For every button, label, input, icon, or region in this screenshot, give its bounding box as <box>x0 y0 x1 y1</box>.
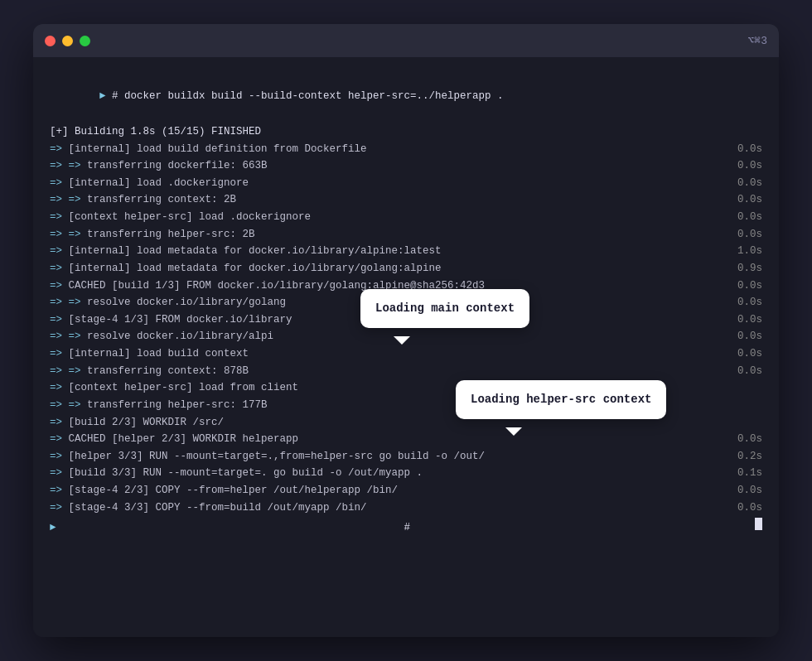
terminal-line: => [internal] load metadata for docker.i… <box>50 260 762 277</box>
status-line: [+] Building 1.8s (15/15) FINISHED <box>50 123 762 141</box>
prompt-text: ► # docker buildx build --build-context … <box>50 70 762 122</box>
command-line: ► # docker buildx build --build-context … <box>50 70 762 122</box>
terminal-line: => [internal] load .dockerignore0.0s <box>50 175 762 192</box>
callout-helper-context: Loading helper-src context <box>456 380 666 419</box>
terminal-line: => CACHED [helper 2/3] WORKDIR helperapp… <box>50 431 762 448</box>
terminal-line: => => transferring context: 878B0.0s <box>50 363 762 380</box>
terminal-line: => [internal] load metadata for docker.i… <box>50 243 762 260</box>
cursor <box>755 518 762 530</box>
maximize-button[interactable] <box>80 36 90 46</box>
terminal-window: ⌥⌘3 ► # docker buildx build --build-cont… <box>33 24 779 637</box>
terminal-body: ► # docker buildx build --build-context … <box>33 57 779 637</box>
traffic-lights <box>45 36 90 46</box>
terminal-line: => => transferring context: 2B0.0s <box>50 191 762 209</box>
terminal-line: => [context helper-src] load .dockerigno… <box>50 209 762 226</box>
terminal-line: => => transferring dockerfile: 663B0.0s <box>50 157 762 175</box>
terminal-line: => [internal] load build definition from… <box>50 141 762 158</box>
terminal-line: => [helper 3/3] RUN --mount=target=.,fro… <box>50 448 762 466</box>
keyboard-shortcut: ⌥⌘3 <box>748 34 767 47</box>
minimize-button[interactable] <box>62 36 73 46</box>
terminal-line: => [stage-4 3/3] COPY --from=build /out/… <box>50 499 762 517</box>
terminal-line: => [build 3/3] RUN --mount=target=. go b… <box>50 465 762 482</box>
close-button[interactable] <box>45 36 56 46</box>
titlebar: ⌥⌘3 <box>33 24 779 57</box>
terminal-line: => [stage-4 2/3] COPY --from=helper /out… <box>50 482 762 499</box>
terminal-line: => [internal] load build context0.0s <box>50 345 762 363</box>
terminal-output: => [internal] load build definition from… <box>50 141 762 517</box>
callout-main-context: Loading main context <box>360 289 529 328</box>
terminal-line: => => transferring helper-src: 2B0.0s <box>50 226 762 244</box>
final-prompt: ► # <box>50 518 762 537</box>
